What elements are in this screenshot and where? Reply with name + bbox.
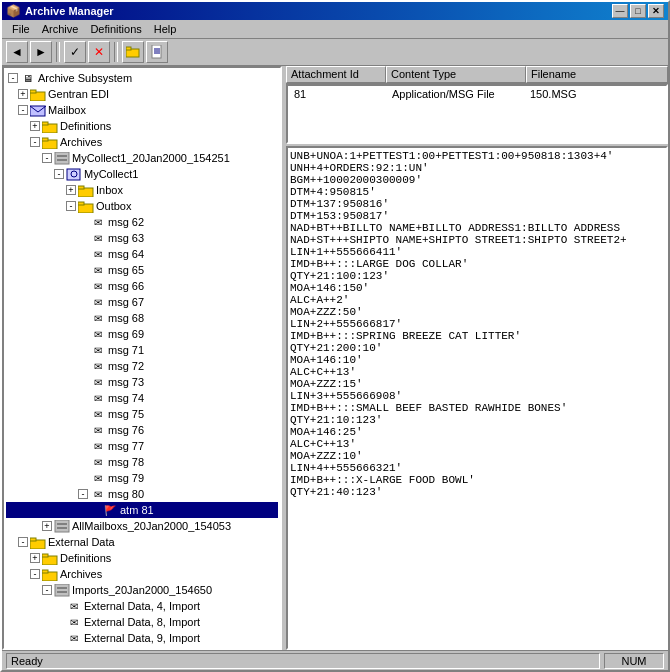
folder-button[interactable] (122, 41, 144, 63)
expand-definitions1[interactable]: + (30, 121, 40, 131)
check-button[interactable]: ✓ (64, 41, 86, 63)
svg-rect-21 (78, 202, 84, 205)
expand-imports[interactable]: - (42, 585, 52, 595)
folder-icon-def2 (42, 551, 58, 565)
table-row[interactable]: 81 Application/MSG File 150.MSG (290, 87, 664, 101)
status-left: Ready (6, 653, 600, 669)
expand-archives2[interactable]: - (30, 569, 40, 579)
toolbar-separator2 (114, 42, 118, 62)
archive-icon-all (54, 519, 70, 533)
tree-node-msg75[interactable]: ✉ msg 75 (6, 406, 278, 422)
tree-node-root[interactable]: - 🖥 Archive Subsystem (6, 70, 278, 86)
tree-node-msg67[interactable]: ✉ msg 67 (6, 294, 278, 310)
tree-node-msg71[interactable]: ✉ msg 71 (6, 342, 278, 358)
no-expand-msg77 (78, 441, 88, 451)
close-button[interactable]: ✕ (648, 4, 664, 18)
no-expand-msg62 (78, 217, 88, 227)
tree-node-msg72[interactable]: ✉ msg 72 (6, 358, 278, 374)
expand-mailbox[interactable]: - (18, 105, 28, 115)
tree-node-externaldata[interactable]: - External Data (6, 534, 278, 550)
no-expand-msg74 (78, 393, 88, 403)
tree-node-msg78[interactable]: ✉ msg 78 (6, 454, 278, 470)
menu-definitions[interactable]: Definitions (84, 21, 147, 37)
msg-icon-71: ✉ (90, 343, 106, 357)
tree-label-definitions1: Definitions (60, 120, 111, 132)
tree-node-msg62[interactable]: ✉ msg 62 (6, 214, 278, 230)
menu-file[interactable]: File (6, 21, 36, 37)
msg-icon-67: ✉ (90, 295, 106, 309)
tree-node-allmailbox[interactable]: + AllMailboxs_20Jan2000_154053 (6, 518, 278, 534)
expand-outbox[interactable]: - (66, 201, 76, 211)
expand-gentran[interactable]: + (18, 89, 28, 99)
tree-label-msg62: msg 62 (108, 216, 144, 228)
msg-icon-73: ✉ (90, 375, 106, 389)
back-button[interactable]: ◄ (6, 41, 28, 63)
tree-node-inbox[interactable]: + Inbox (6, 182, 278, 198)
msg-icon-66: ✉ (90, 279, 106, 293)
svg-rect-30 (42, 570, 48, 573)
col-header-attachment[interactable]: Attachment Id (286, 66, 386, 83)
cell-filename: 150.MSG (526, 87, 664, 101)
tree-label-archives2: Archives (60, 568, 102, 580)
expand-mycollect20jan[interactable]: - (42, 153, 52, 163)
msg-icon-extdata8: ✉ (66, 615, 82, 629)
tree-label-outbox: Outbox (96, 200, 131, 212)
tree-node-msg68[interactable]: ✉ msg 68 (6, 310, 278, 326)
tree-node-mycollect20jan[interactable]: - MyCollect1_20Jan2000_154251 (6, 150, 278, 166)
tree-node-extdata8[interactable]: ✉ External Data, 8, Import (6, 614, 278, 630)
expand-archives1[interactable]: - (30, 137, 40, 147)
expand-definitions2[interactable]: + (30, 553, 40, 563)
maximize-button[interactable]: □ (630, 4, 646, 18)
no-expand-msg69 (78, 329, 88, 339)
expand-root[interactable]: - (8, 73, 18, 83)
tree-node-gentran[interactable]: + Gentran EDI (6, 86, 278, 102)
expand-allmailbox[interactable]: + (42, 521, 52, 531)
tree-node-definitions1[interactable]: + Definitions (6, 118, 278, 134)
tree-node-archives1[interactable]: - Archives (6, 134, 278, 150)
menu-help[interactable]: Help (148, 21, 183, 37)
tree-label-msg78: msg 78 (108, 456, 144, 468)
tree-label-archives1: Archives (60, 136, 102, 148)
tree-node-msg63[interactable]: ✉ msg 63 (6, 230, 278, 246)
tree-node-mailbox[interactable]: - Mailbox (6, 102, 278, 118)
tree-node-mycollect1[interactable]: - MyCollect1 (6, 166, 278, 182)
expand-inbox[interactable]: + (66, 185, 76, 195)
no-expand-extdata9 (54, 633, 64, 643)
tree-node-msg80[interactable]: - ✉ msg 80 (6, 486, 278, 502)
menu-archive[interactable]: Archive (36, 21, 85, 37)
expand-mycollect1[interactable]: - (54, 169, 64, 179)
expand-msg80[interactable]: - (78, 489, 88, 499)
tree-node-msg65[interactable]: ✉ msg 65 (6, 262, 278, 278)
tree-label-gentran: Gentran EDI (48, 88, 109, 100)
content-preview[interactable]: UNB+UNOA:1+PETTEST1:00+PETTEST1:00+95081… (286, 146, 668, 650)
tree-node-archives2[interactable]: - Archives (6, 566, 278, 582)
msg-icon-65: ✉ (90, 263, 106, 277)
expand-externaldata[interactable]: - (18, 537, 28, 547)
tree-node-msg64[interactable]: ✉ msg 64 (6, 246, 278, 262)
tree-node-msg77[interactable]: ✉ msg 77 (6, 438, 278, 454)
tree-node-msg76[interactable]: ✉ msg 76 (6, 422, 278, 438)
tree-node-msg73[interactable]: ✉ msg 73 (6, 374, 278, 390)
svg-rect-24 (57, 527, 67, 529)
svg-rect-1 (126, 47, 131, 50)
tree-node-msg66[interactable]: ✉ msg 66 (6, 278, 278, 294)
col-header-contenttype[interactable]: Content Type (386, 66, 526, 83)
forward-button[interactable]: ► (30, 41, 52, 63)
tree-node-imports[interactable]: - Imports_20Jan2000_154650 (6, 582, 278, 598)
tree-node-definitions2[interactable]: + Definitions (6, 550, 278, 566)
document-button[interactable] (146, 41, 168, 63)
tree-node-msg74[interactable]: ✉ msg 74 (6, 390, 278, 406)
tree-node-atm81[interactable]: 🚩 atm 81 (6, 502, 278, 518)
tree-node-extdata4[interactable]: ✉ External Data, 4, Import (6, 598, 278, 614)
tree-node-msg79[interactable]: ✉ msg 79 (6, 470, 278, 486)
tree-node-outbox[interactable]: - Outbox (6, 198, 278, 214)
svg-rect-26 (30, 538, 36, 541)
minimize-button[interactable]: — (612, 4, 628, 18)
folder-icon-inbox (78, 183, 94, 197)
col-header-filename[interactable]: Filename (526, 66, 668, 83)
cancel-button[interactable]: ✕ (88, 41, 110, 63)
svg-rect-10 (42, 122, 48, 125)
tree-node-extdata9[interactable]: ✉ External Data, 9, Import (6, 630, 278, 646)
tree-label-inbox: Inbox (96, 184, 123, 196)
tree-node-msg69[interactable]: ✉ msg 69 (6, 326, 278, 342)
